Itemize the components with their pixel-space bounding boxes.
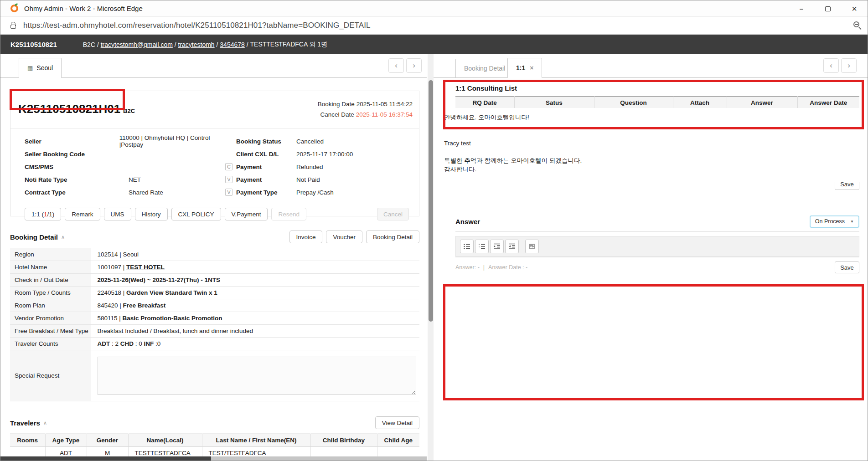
chevron-right-icon: › [847, 61, 850, 70]
info-row-cms-pms: CMS/PMS [25, 160, 225, 173]
vertical-scrollbar-thumb[interactable] [429, 80, 433, 322]
consulting-header-row: RQ Date Satus Question Attach Answer Ans… [455, 97, 859, 109]
cxl-policy-button[interactable]: CXL POLICY [171, 208, 221, 220]
booking-code: K25110510821H01 [18, 102, 120, 116]
booking-channel-badge: B2C [123, 108, 135, 114]
answer-save-button[interactable]: Save [835, 261, 859, 273]
prev-tab-button[interactable]: ‹ [823, 58, 839, 73]
booking-detail-button[interactable]: Booking Detail [366, 230, 419, 243]
chevron-right-icon: › [413, 61, 415, 70]
consulting-panel: Booking Detail × 1:1 × ‹ › 1:1 Consultin… [434, 54, 868, 461]
table-row-promotion: Vendor Promotion 580115 | Basic Promotio… [10, 312, 419, 325]
booking-card-header: K25110510821H01B2C Booking Date 2025-11-… [10, 91, 419, 128]
info-row-noti-rate-type: Noti Rate TypeNET [25, 173, 225, 186]
v-badge-icon: V [225, 176, 236, 183]
horizontal-scrollbar[interactable] [0, 456, 427, 461]
v-payment-button[interactable]: V.Payment [225, 208, 268, 220]
minimize-icon: − [800, 5, 804, 13]
outdent-icon [508, 243, 516, 250]
collapse-icon[interactable]: ∧ [43, 420, 47, 426]
info-row-v-payment-type: VPayment TypePrepay /Cash [225, 186, 412, 199]
chevron-left-icon: ‹ [830, 61, 832, 70]
booking-detail-header: Booking Detail ∧ Invoice Voucher Booking… [10, 230, 419, 243]
collapse-icon[interactable]: ∧ [61, 234, 65, 240]
ums-button[interactable]: UMS [104, 208, 131, 220]
ohmy-logo-icon [10, 5, 18, 12]
chevron-down-icon: ▼ [850, 220, 854, 224]
answer-content[interactable]: 안녕하세요. 오마이호텔입니다! Tracy test 특별한 추억과 함께하는… [434, 108, 868, 173]
invoice-button[interactable]: Invoice [289, 230, 323, 243]
remark-button[interactable]: Remark [65, 208, 100, 220]
booking-action-row: 1:1 (1/1) Remark UMS History CXL POLICY … [10, 203, 419, 220]
consulting-list-title: 1:1 Consulting List [455, 84, 859, 92]
tab-seoul[interactable]: ▦ Seoul [19, 58, 62, 78]
booking-date-value: 2025-11-05 11:54:22 [356, 101, 413, 108]
numbered-list-icon [478, 243, 486, 250]
right-tab-row: Booking Detail × 1:1 × ‹ › [434, 54, 868, 78]
lock-icon [10, 25, 16, 29]
horizontal-scrollbar-thumb[interactable] [0, 456, 211, 461]
building-icon: ▦ [27, 65, 33, 72]
annotation-answer [443, 284, 864, 400]
cancel-booking-button: Cancel [377, 208, 409, 220]
history-button[interactable]: History [135, 208, 168, 220]
outdent-button[interactable] [505, 240, 519, 253]
chevron-left-icon: ‹ [395, 61, 398, 70]
tab-close-icon[interactable]: × [530, 64, 533, 72]
voucher-button[interactable]: Voucher [326, 230, 362, 243]
answer-editor: 안녕하세요. 오마이호텔입니다! Tracy test 특별한 추억과 함께하는… [455, 236, 859, 257]
c-badge-icon: C [225, 163, 236, 170]
maximize-button[interactable] [815, 0, 841, 17]
address-bar[interactable]: https://test-adm.ohmyhotel.com/reservati… [0, 17, 868, 35]
table-row-hotel: Hotel Name 1001097 | TEST HOTEL [10, 261, 419, 274]
tab-booking-detail-label: Booking Detail [464, 65, 505, 72]
booking-date-label: Booking Date [318, 101, 355, 108]
view-detail-button[interactable]: View Detail [375, 416, 419, 429]
table-row-checkinout: Check in / Out Date 2025-11-26(Wed) ~ 20… [10, 274, 419, 287]
customer-id-link[interactable]: tracytestomh [178, 41, 215, 48]
answer-status-value: On Process [815, 218, 845, 225]
reservation-header-bar: K25110510821 B2C / tracytestomh@gmail.co… [0, 35, 868, 54]
table-row-roomplan: Room Plan 845420 | Free Breakfast [10, 299, 419, 312]
answer-title: Answer [455, 218, 480, 225]
close-button[interactable]: × [841, 0, 868, 17]
tab-seoul-label: Seoul [36, 64, 53, 72]
insert-image-button[interactable] [525, 240, 539, 253]
window-title: Ohmy Admin - Work 2 - Microsoft Edge [24, 5, 143, 12]
tab-one-to-one-label: 1:1 [516, 64, 525, 72]
bullet-list-icon [463, 243, 470, 250]
customer-number-link[interactable]: 3454678 [220, 41, 245, 48]
reservation-code: K25110510821 [10, 41, 57, 48]
divider [455, 231, 859, 232]
indent-button[interactable] [490, 240, 504, 253]
special-request-textarea[interactable] [98, 357, 416, 395]
close-icon: × [852, 4, 857, 14]
tab-one-to-one[interactable]: 1:1 × [507, 58, 542, 78]
v-badge-icon: V [225, 189, 236, 196]
prev-booking-button[interactable]: ‹ [388, 58, 404, 73]
info-row-c-payment: CPaymentRefunded [225, 160, 412, 173]
travelers-header-row: Rooms Age Type Gender Name(Local) Last N… [10, 434, 419, 447]
customer-email-link[interactable]: tracytestomh@gmail.com [101, 41, 173, 48]
vertical-scrollbar[interactable] [428, 54, 434, 461]
info-row-client-cxl: Client CXL D/L2025-11-17 17:00:00 [225, 148, 412, 160]
table-row-region: Region 102514 | Seoul [10, 248, 419, 261]
minimize-button[interactable]: − [788, 0, 815, 17]
table-row-special-request: Special Request [10, 350, 419, 401]
answer-status-dropdown[interactable]: On Process ▼ [810, 215, 859, 228]
booking-panel: ▦ Seoul ‹ › K25110510821H01B2C [0, 54, 427, 461]
bullet-list-button[interactable] [460, 240, 474, 253]
info-row-seller: Seller110000 | Ohmyhotel HQ | Control |P… [25, 135, 225, 148]
info-row-booking-status: Booking StatusCancelled [225, 135, 412, 148]
hotel-link[interactable]: TEST HOTEL [126, 264, 165, 271]
answer-footer-status: Answer: - | Answer Date : - [455, 264, 527, 271]
next-tab-button[interactable]: › [841, 58, 857, 73]
maximize-icon [825, 6, 831, 11]
zoom-out-search-icon[interactable] [853, 21, 859, 27]
browser-window: Ohmy Admin - Work 2 - Microsoft Edge − ×… [0, 0, 868, 461]
next-booking-button[interactable]: › [406, 58, 422, 73]
numbered-list-button[interactable] [475, 240, 489, 253]
one-to-one-button[interactable]: 1:1 (1/1) [25, 208, 61, 220]
resend-button: Resend [271, 208, 306, 220]
info-row-v-payment: VPaymentNot Paid [225, 173, 412, 186]
